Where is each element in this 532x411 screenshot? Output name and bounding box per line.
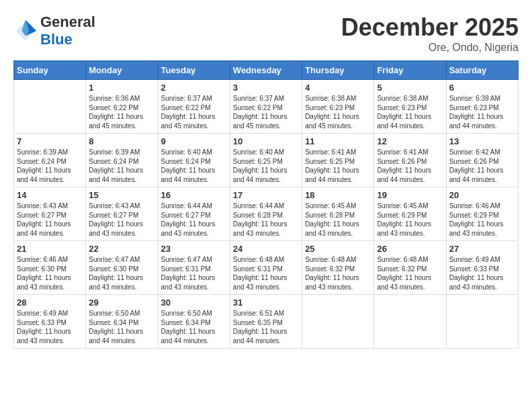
day-info: Sunrise: 6:39 AM Sunset: 6:24 PM Dayligh… [17,148,83,184]
calendar-cell: 10Sunrise: 6:40 AM Sunset: 6:25 PM Dayli… [230,134,302,187]
day-info: Sunrise: 6:47 AM Sunset: 6:30 PM Dayligh… [89,255,154,291]
day-info: Sunrise: 6:48 AM Sunset: 6:32 PM Dayligh… [377,255,443,291]
day-info: Sunrise: 6:48 AM Sunset: 6:31 PM Dayligh… [233,255,299,291]
day-number: 7 [17,136,83,146]
day-number: 15 [89,190,154,200]
day-info: Sunrise: 6:50 AM Sunset: 6:34 PM Dayligh… [161,309,227,345]
calendar-cell: 20Sunrise: 6:46 AM Sunset: 6:29 PM Dayli… [446,187,518,241]
day-number: 6 [449,83,515,93]
day-info: Sunrise: 6:44 AM Sunset: 6:27 PM Dayligh… [161,201,227,238]
day-info: Sunrise: 6:41 AM Sunset: 6:26 PM Dayligh… [377,148,443,184]
day-number: 1 [89,83,154,93]
calendar-cell [374,295,446,349]
calendar-cell [14,80,86,134]
calendar-cell: 19Sunrise: 6:45 AM Sunset: 6:29 PM Dayli… [374,187,446,241]
day-number: 30 [161,298,227,308]
week-row-5: 28Sunrise: 6:49 AM Sunset: 6:33 PM Dayli… [14,295,519,349]
day-number: 2 [161,83,227,93]
day-number: 23 [161,244,227,254]
calendar-header-friday: Friday [374,61,446,80]
calendar-cell [446,295,518,349]
calendar-cell: 13Sunrise: 6:42 AM Sunset: 6:26 PM Dayli… [446,134,518,187]
day-number: 9 [161,136,227,146]
calendar-table: SundayMondayTuesdayWednesdayThursdayFrid… [13,60,519,349]
day-info: Sunrise: 6:41 AM Sunset: 6:25 PM Dayligh… [305,148,371,184]
day-number: 20 [449,190,515,200]
calendar-cell [302,295,374,349]
calendar-cell: 1Sunrise: 6:36 AM Sunset: 6:22 PM Daylig… [86,80,158,134]
calendar-cell: 5Sunrise: 6:38 AM Sunset: 6:23 PM Daylig… [374,80,446,134]
day-info: Sunrise: 6:44 AM Sunset: 6:28 PM Dayligh… [233,201,299,238]
day-info: Sunrise: 6:48 AM Sunset: 6:32 PM Dayligh… [305,255,371,291]
day-info: Sunrise: 6:50 AM Sunset: 6:34 PM Dayligh… [89,309,154,345]
day-info: Sunrise: 6:47 AM Sunset: 6:31 PM Dayligh… [161,255,227,291]
day-info: Sunrise: 6:43 AM Sunset: 6:27 PM Dayligh… [17,201,83,238]
day-info: Sunrise: 6:49 AM Sunset: 6:33 PM Dayligh… [449,255,515,291]
calendar-header-row: SundayMondayTuesdayWednesdayThursdayFrid… [14,61,519,80]
day-number: 25 [305,244,371,254]
day-info: Sunrise: 6:45 AM Sunset: 6:29 PM Dayligh… [377,201,443,238]
calendar-cell: 11Sunrise: 6:41 AM Sunset: 6:25 PM Dayli… [302,134,374,187]
day-number: 3 [233,83,299,93]
week-row-3: 14Sunrise: 6:43 AM Sunset: 6:27 PM Dayli… [14,187,519,241]
day-number: 26 [377,244,443,254]
day-number: 8 [89,136,154,146]
calendar-cell: 8Sunrise: 6:39 AM Sunset: 6:24 PM Daylig… [86,134,158,187]
day-number: 28 [17,298,83,308]
calendar-cell: 22Sunrise: 6:47 AM Sunset: 6:30 PM Dayli… [86,241,158,295]
calendar-cell: 7Sunrise: 6:39 AM Sunset: 6:24 PM Daylig… [14,134,86,187]
day-info: Sunrise: 6:40 AM Sunset: 6:24 PM Dayligh… [161,148,227,184]
day-info: Sunrise: 6:37 AM Sunset: 6:22 PM Dayligh… [161,94,227,130]
title-area: December 2025 Ore, Ondo, Nigeria [341,13,519,54]
calendar-cell: 12Sunrise: 6:41 AM Sunset: 6:26 PM Dayli… [374,134,446,187]
day-info: Sunrise: 6:49 AM Sunset: 6:33 PM Dayligh… [17,309,83,345]
calendar-header-monday: Monday [86,61,158,80]
day-info: Sunrise: 6:38 AM Sunset: 6:23 PM Dayligh… [377,94,443,130]
day-info: Sunrise: 6:42 AM Sunset: 6:26 PM Dayligh… [449,148,515,184]
day-number: 17 [233,190,299,200]
day-number: 4 [305,83,371,93]
week-row-2: 7Sunrise: 6:39 AM Sunset: 6:24 PM Daylig… [14,134,519,187]
day-info: Sunrise: 6:40 AM Sunset: 6:25 PM Dayligh… [233,148,299,184]
day-info: Sunrise: 6:43 AM Sunset: 6:27 PM Dayligh… [89,201,154,238]
day-info: Sunrise: 6:51 AM Sunset: 6:35 PM Dayligh… [233,309,299,345]
day-number: 29 [89,298,154,308]
page-header: General Blue December 2025 Ore, Ondo, Ni… [13,13,519,54]
calendar-cell: 26Sunrise: 6:48 AM Sunset: 6:32 PM Dayli… [374,241,446,295]
day-number: 5 [377,83,443,93]
day-number: 14 [17,190,83,200]
day-info: Sunrise: 6:36 AM Sunset: 6:22 PM Dayligh… [89,94,154,130]
location: Ore, Ondo, Nigeria [341,42,519,54]
day-info: Sunrise: 6:37 AM Sunset: 6:22 PM Dayligh… [233,94,299,130]
logo-general-text: General [40,13,95,30]
calendar-cell: 24Sunrise: 6:48 AM Sunset: 6:31 PM Dayli… [230,241,302,295]
calendar-header-sunday: Sunday [14,61,86,80]
logo-blue-text: Blue [40,31,73,48]
calendar-header-thursday: Thursday [302,61,374,80]
day-info: Sunrise: 6:45 AM Sunset: 6:28 PM Dayligh… [305,201,371,238]
calendar-cell: 27Sunrise: 6:49 AM Sunset: 6:33 PM Dayli… [446,241,518,295]
logo: General Blue [13,13,95,48]
logo-icon [13,19,38,43]
calendar-cell: 29Sunrise: 6:50 AM Sunset: 6:34 PM Dayli… [86,295,158,349]
calendar-cell: 6Sunrise: 6:39 AM Sunset: 6:23 PM Daylig… [446,80,518,134]
calendar-cell: 21Sunrise: 6:46 AM Sunset: 6:30 PM Dayli… [14,241,86,295]
day-number: 31 [233,298,299,308]
day-info: Sunrise: 6:39 AM Sunset: 6:23 PM Dayligh… [449,94,515,130]
day-number: 19 [377,190,443,200]
calendar-header-saturday: Saturday [446,61,518,80]
day-number: 12 [377,136,443,146]
day-number: 10 [233,136,299,146]
day-info: Sunrise: 6:46 AM Sunset: 6:30 PM Dayligh… [17,255,83,291]
day-number: 18 [305,190,371,200]
calendar-cell: 31Sunrise: 6:51 AM Sunset: 6:35 PM Dayli… [230,295,302,349]
week-row-4: 21Sunrise: 6:46 AM Sunset: 6:30 PM Dayli… [14,241,519,295]
calendar-header-wednesday: Wednesday [230,61,302,80]
calendar-cell: 15Sunrise: 6:43 AM Sunset: 6:27 PM Dayli… [86,187,158,241]
calendar-cell: 18Sunrise: 6:45 AM Sunset: 6:28 PM Dayli… [302,187,374,241]
day-number: 22 [89,244,154,254]
day-number: 16 [161,190,227,200]
calendar-cell: 2Sunrise: 6:37 AM Sunset: 6:22 PM Daylig… [158,80,230,134]
day-info: Sunrise: 6:39 AM Sunset: 6:24 PM Dayligh… [89,148,154,184]
week-row-1: 1Sunrise: 6:36 AM Sunset: 6:22 PM Daylig… [14,80,519,134]
